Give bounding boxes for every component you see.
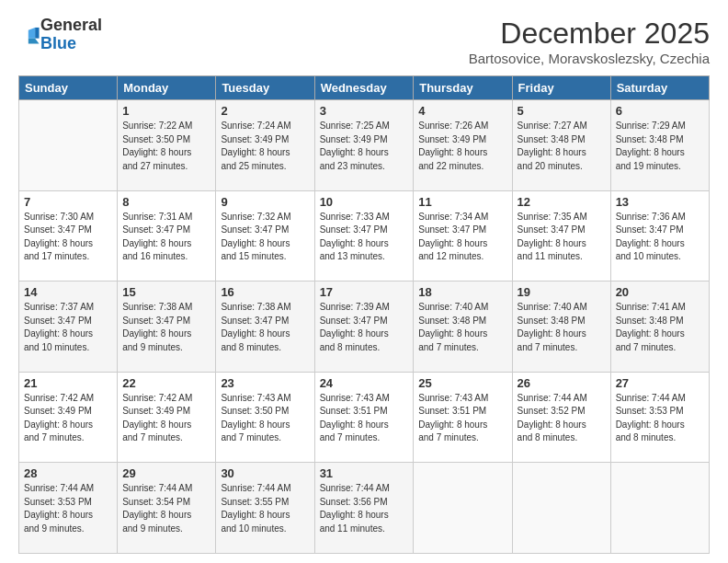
calendar-header-friday: Friday — [512, 76, 610, 100]
calendar-header-wednesday: Wednesday — [314, 76, 414, 100]
day-number: 13 — [616, 195, 704, 209]
day-number: 4 — [418, 104, 506, 118]
day-info: Sunrise: 7:38 AMSunset: 3:47 PMDaylight:… — [122, 301, 210, 354]
day-info: Sunrise: 7:43 AMSunset: 3:51 PMDaylight:… — [320, 392, 409, 445]
day-number: 23 — [221, 376, 309, 390]
day-number: 6 — [616, 104, 704, 118]
calendar-cell: 31Sunrise: 7:44 AMSunset: 3:56 PMDayligh… — [314, 463, 414, 554]
day-info: Sunrise: 7:41 AMSunset: 3:48 PMDaylight:… — [616, 301, 704, 354]
day-info: Sunrise: 7:40 AMSunset: 3:48 PMDaylight:… — [418, 301, 506, 354]
title-block: December 2025 Bartosovice, Moravskoslezs… — [469, 17, 710, 66]
day-info: Sunrise: 7:44 AMSunset: 3:54 PMDaylight:… — [122, 482, 210, 535]
day-number: 15 — [122, 285, 210, 299]
day-info: Sunrise: 7:42 AMSunset: 3:49 PMDaylight:… — [122, 392, 210, 445]
calendar-week-row: 7Sunrise: 7:30 AMSunset: 3:47 PMDaylight… — [19, 190, 710, 282]
day-info: Sunrise: 7:33 AMSunset: 3:47 PMDaylight:… — [320, 211, 409, 264]
calendar-cell: 12Sunrise: 7:35 AMSunset: 3:47 PMDayligh… — [512, 190, 610, 282]
subtitle: Bartosovice, Moravskoslezsky, Czechia — [469, 51, 710, 66]
calendar-cell: 18Sunrise: 7:40 AMSunset: 3:48 PMDayligh… — [414, 282, 512, 373]
day-info: Sunrise: 7:38 AMSunset: 3:47 PMDaylight:… — [221, 301, 309, 354]
day-info: Sunrise: 7:27 AMSunset: 3:48 PMDaylight:… — [518, 120, 606, 173]
calendar-table: SundayMondayTuesdayWednesdayThursdayFrid… — [18, 75, 710, 554]
day-info: Sunrise: 7:32 AMSunset: 3:47 PMDaylight:… — [221, 211, 309, 264]
day-info: Sunrise: 7:44 AMSunset: 3:53 PMDaylight:… — [24, 482, 112, 535]
day-number: 27 — [616, 376, 704, 390]
day-number: 24 — [320, 376, 409, 390]
day-number: 12 — [518, 195, 606, 209]
day-info: Sunrise: 7:36 AMSunset: 3:47 PMDaylight:… — [616, 211, 704, 264]
calendar-cell: 22Sunrise: 7:42 AMSunset: 3:49 PMDayligh… — [118, 372, 216, 463]
day-number: 14 — [24, 285, 112, 299]
calendar-header-saturday: Saturday — [610, 76, 709, 100]
day-number: 8 — [122, 195, 210, 209]
calendar-header-sunday: Sunday — [19, 76, 118, 100]
day-info: Sunrise: 7:34 AMSunset: 3:47 PMDaylight:… — [418, 211, 506, 264]
day-info: Sunrise: 7:44 AMSunset: 3:53 PMDaylight:… — [616, 392, 704, 445]
day-info: Sunrise: 7:26 AMSunset: 3:49 PMDaylight:… — [418, 120, 506, 173]
calendar-header-monday: Monday — [118, 76, 216, 100]
calendar-cell: 8Sunrise: 7:31 AMSunset: 3:47 PMDaylight… — [118, 190, 216, 282]
day-number: 1 — [122, 104, 210, 118]
day-info: Sunrise: 7:22 AMSunset: 3:50 PMDaylight:… — [122, 120, 210, 173]
day-number: 2 — [221, 104, 309, 118]
logo-icon — [20, 25, 40, 45]
day-number: 16 — [221, 285, 309, 299]
calendar-cell: 30Sunrise: 7:44 AMSunset: 3:55 PMDayligh… — [216, 463, 314, 554]
day-info: Sunrise: 7:30 AMSunset: 3:47 PMDaylight:… — [24, 211, 112, 264]
calendar-cell: 23Sunrise: 7:43 AMSunset: 3:50 PMDayligh… — [216, 372, 314, 463]
calendar-cell: 2Sunrise: 7:24 AMSunset: 3:49 PMDaylight… — [216, 100, 314, 191]
calendar-header-row: SundayMondayTuesdayWednesdayThursdayFrid… — [19, 76, 710, 100]
calendar-cell: 15Sunrise: 7:38 AMSunset: 3:47 PMDayligh… — [118, 282, 216, 373]
day-number: 7 — [24, 195, 112, 209]
page: General Blue December 2025 Bartosovice, … — [0, 0, 728, 563]
day-number: 5 — [518, 104, 606, 118]
calendar-cell: 28Sunrise: 7:44 AMSunset: 3:53 PMDayligh… — [19, 463, 118, 554]
day-number: 30 — [221, 466, 309, 480]
day-info: Sunrise: 7:31 AMSunset: 3:47 PMDaylight:… — [122, 211, 210, 264]
calendar-cell: 20Sunrise: 7:41 AMSunset: 3:48 PMDayligh… — [610, 282, 709, 373]
day-info: Sunrise: 7:29 AMSunset: 3:48 PMDaylight:… — [616, 120, 704, 173]
day-number: 31 — [320, 466, 409, 480]
day-number: 21 — [24, 376, 112, 390]
day-info: Sunrise: 7:24 AMSunset: 3:49 PMDaylight:… — [221, 120, 309, 173]
day-info: Sunrise: 7:44 AMSunset: 3:52 PMDaylight:… — [518, 392, 606, 445]
logo: General Blue — [18, 17, 102, 53]
calendar-cell: 10Sunrise: 7:33 AMSunset: 3:47 PMDayligh… — [314, 190, 414, 282]
calendar-cell: 4Sunrise: 7:26 AMSunset: 3:49 PMDaylight… — [414, 100, 512, 191]
calendar-cell: 27Sunrise: 7:44 AMSunset: 3:53 PMDayligh… — [610, 372, 709, 463]
day-number: 20 — [616, 285, 704, 299]
day-info: Sunrise: 7:37 AMSunset: 3:47 PMDaylight:… — [24, 301, 112, 354]
calendar-cell: 6Sunrise: 7:29 AMSunset: 3:48 PMDaylight… — [610, 100, 709, 191]
calendar-cell: 7Sunrise: 7:30 AMSunset: 3:47 PMDaylight… — [19, 190, 118, 282]
logo-blue: Blue — [40, 35, 102, 53]
calendar-cell: 25Sunrise: 7:43 AMSunset: 3:51 PMDayligh… — [414, 372, 512, 463]
day-number: 19 — [518, 285, 606, 299]
calendar-week-row: 1Sunrise: 7:22 AMSunset: 3:50 PMDaylight… — [19, 100, 710, 191]
day-info: Sunrise: 7:39 AMSunset: 3:47 PMDaylight:… — [320, 301, 409, 354]
calendar-week-row: 21Sunrise: 7:42 AMSunset: 3:49 PMDayligh… — [19, 372, 710, 463]
calendar-cell: 17Sunrise: 7:39 AMSunset: 3:47 PMDayligh… — [314, 282, 414, 373]
day-info: Sunrise: 7:44 AMSunset: 3:56 PMDaylight:… — [320, 482, 409, 535]
calendar-cell: 19Sunrise: 7:40 AMSunset: 3:48 PMDayligh… — [512, 282, 610, 373]
calendar-header-tuesday: Tuesday — [216, 76, 314, 100]
day-number: 9 — [221, 195, 309, 209]
calendar-cell: 26Sunrise: 7:44 AMSunset: 3:52 PMDayligh… — [512, 372, 610, 463]
calendar-cell: 29Sunrise: 7:44 AMSunset: 3:54 PMDayligh… — [118, 463, 216, 554]
calendar-cell: 16Sunrise: 7:38 AMSunset: 3:47 PMDayligh… — [216, 282, 314, 373]
day-info: Sunrise: 7:40 AMSunset: 3:48 PMDaylight:… — [518, 301, 606, 354]
day-info: Sunrise: 7:43 AMSunset: 3:50 PMDaylight:… — [221, 392, 309, 445]
calendar-week-row: 28Sunrise: 7:44 AMSunset: 3:53 PMDayligh… — [19, 463, 710, 554]
logo-text: General Blue — [40, 17, 102, 53]
calendar-cell: 24Sunrise: 7:43 AMSunset: 3:51 PMDayligh… — [314, 372, 414, 463]
calendar-cell: 14Sunrise: 7:37 AMSunset: 3:47 PMDayligh… — [19, 282, 118, 373]
day-number: 28 — [24, 466, 112, 480]
day-number: 29 — [122, 466, 210, 480]
calendar-cell: 11Sunrise: 7:34 AMSunset: 3:47 PMDayligh… — [414, 190, 512, 282]
calendar-cell: 1Sunrise: 7:22 AMSunset: 3:50 PMDaylight… — [118, 100, 216, 191]
svg-marker-0 — [35, 28, 39, 39]
day-info: Sunrise: 7:25 AMSunset: 3:49 PMDaylight:… — [320, 120, 409, 173]
svg-marker-1 — [28, 28, 35, 39]
day-info: Sunrise: 7:35 AMSunset: 3:47 PMDaylight:… — [518, 211, 606, 264]
day-number: 11 — [418, 195, 506, 209]
day-info: Sunrise: 7:43 AMSunset: 3:51 PMDaylight:… — [418, 392, 506, 445]
